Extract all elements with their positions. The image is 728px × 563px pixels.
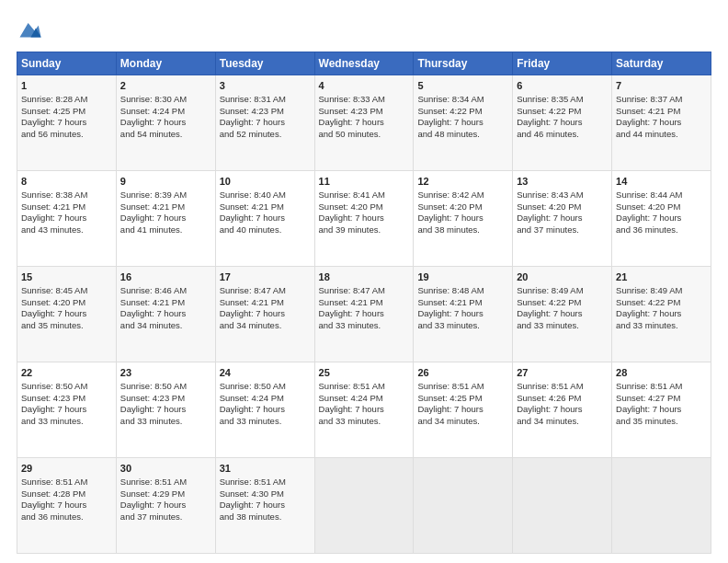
calendar-day-cell: 29Sunrise: 8:51 AMSunset: 4:28 PMDayligh… (17, 458, 117, 554)
day-number: 24 (220, 366, 311, 380)
calendar-table: SundayMondayTuesdayWednesdayThursdayFrid… (17, 52, 711, 554)
logo (17, 17, 46, 42)
calendar-day-cell: 11Sunrise: 8:41 AMSunset: 4:20 PMDayligh… (314, 171, 414, 267)
day-number: 18 (319, 270, 410, 284)
day-number: 25 (319, 366, 410, 380)
calendar-day-cell: 26Sunrise: 8:51 AMSunset: 4:25 PMDayligh… (414, 362, 513, 458)
day-number: 31 (220, 462, 311, 476)
weekday-header-row: SundayMondayTuesdayWednesdayThursdayFrid… (17, 52, 711, 75)
calendar-week-row: 29Sunrise: 8:51 AMSunset: 4:28 PMDayligh… (17, 458, 711, 554)
weekday-header-cell: Sunday (17, 52, 117, 75)
day-number: 16 (120, 270, 211, 284)
calendar-day-cell: 28Sunrise: 8:51 AMSunset: 4:27 PMDayligh… (612, 362, 711, 458)
weekday-header-cell: Wednesday (314, 52, 414, 75)
day-number: 9 (120, 175, 211, 189)
day-number: 14 (616, 175, 707, 189)
day-number: 7 (616, 79, 707, 93)
calendar-day-cell: 12Sunrise: 8:42 AMSunset: 4:20 PMDayligh… (414, 171, 513, 267)
weekday-header-cell: Monday (116, 52, 215, 75)
page: SundayMondayTuesdayWednesdayThursdayFrid… (0, 0, 728, 563)
calendar-day-cell (513, 458, 612, 554)
calendar-week-row: 22Sunrise: 8:50 AMSunset: 4:23 PMDayligh… (17, 362, 711, 458)
day-number: 15 (21, 270, 112, 284)
calendar-body: 1Sunrise: 8:28 AMSunset: 4:25 PMDaylight… (17, 75, 711, 554)
logo-icon (17, 17, 42, 42)
weekday-header-cell: Tuesday (215, 52, 314, 75)
calendar-week-row: 8Sunrise: 8:38 AMSunset: 4:21 PMDaylight… (17, 171, 711, 267)
calendar-day-cell: 27Sunrise: 8:51 AMSunset: 4:26 PMDayligh… (513, 362, 612, 458)
calendar-day-cell: 21Sunrise: 8:49 AMSunset: 4:22 PMDayligh… (612, 267, 711, 362)
day-number: 28 (616, 366, 707, 380)
calendar-day-cell: 13Sunrise: 8:43 AMSunset: 4:20 PMDayligh… (513, 171, 612, 267)
weekday-header-cell: Saturday (612, 52, 711, 75)
day-number: 3 (220, 79, 311, 93)
day-number: 20 (517, 270, 608, 284)
calendar-day-cell: 24Sunrise: 8:50 AMSunset: 4:24 PMDayligh… (215, 362, 314, 458)
day-number: 13 (517, 175, 608, 189)
calendar-week-row: 1Sunrise: 8:28 AMSunset: 4:25 PMDaylight… (17, 75, 711, 171)
calendar-day-cell: 17Sunrise: 8:47 AMSunset: 4:21 PMDayligh… (215, 267, 314, 362)
day-number: 4 (319, 79, 410, 93)
day-number: 12 (417, 175, 508, 189)
header (17, 17, 711, 42)
day-number: 6 (517, 79, 608, 93)
calendar-day-cell (414, 458, 513, 554)
day-number: 17 (220, 270, 311, 284)
calendar-day-cell: 1Sunrise: 8:28 AMSunset: 4:25 PMDaylight… (17, 75, 117, 171)
calendar-day-cell: 3Sunrise: 8:31 AMSunset: 4:23 PMDaylight… (215, 75, 314, 171)
calendar-day-cell: 16Sunrise: 8:46 AMSunset: 4:21 PMDayligh… (116, 267, 215, 362)
day-number: 27 (517, 366, 608, 380)
calendar-day-cell: 20Sunrise: 8:49 AMSunset: 4:22 PMDayligh… (513, 267, 612, 362)
day-number: 22 (21, 366, 112, 380)
day-number: 30 (120, 462, 211, 476)
day-number: 29 (21, 462, 112, 476)
calendar-day-cell: 30Sunrise: 8:51 AMSunset: 4:29 PMDayligh… (116, 458, 215, 554)
calendar-day-cell (314, 458, 414, 554)
day-number: 21 (616, 270, 707, 284)
day-number: 8 (21, 175, 112, 189)
calendar-day-cell: 7Sunrise: 8:37 AMSunset: 4:21 PMDaylight… (612, 75, 711, 171)
calendar-day-cell: 31Sunrise: 8:51 AMSunset: 4:30 PMDayligh… (215, 458, 314, 554)
day-number: 2 (120, 79, 211, 93)
calendar-day-cell: 6Sunrise: 8:35 AMSunset: 4:22 PMDaylight… (513, 75, 612, 171)
calendar-day-cell: 22Sunrise: 8:50 AMSunset: 4:23 PMDayligh… (17, 362, 117, 458)
calendar-day-cell: 14Sunrise: 8:44 AMSunset: 4:20 PMDayligh… (612, 171, 711, 267)
calendar-day-cell: 19Sunrise: 8:48 AMSunset: 4:21 PMDayligh… (414, 267, 513, 362)
day-number: 26 (417, 366, 508, 380)
weekday-header-cell: Thursday (414, 52, 513, 75)
calendar-day-cell: 18Sunrise: 8:47 AMSunset: 4:21 PMDayligh… (314, 267, 414, 362)
calendar-day-cell: 5Sunrise: 8:34 AMSunset: 4:22 PMDaylight… (414, 75, 513, 171)
calendar-day-cell: 15Sunrise: 8:45 AMSunset: 4:20 PMDayligh… (17, 267, 117, 362)
day-number: 11 (319, 175, 410, 189)
day-number: 23 (120, 366, 211, 380)
calendar-day-cell: 4Sunrise: 8:33 AMSunset: 4:23 PMDaylight… (314, 75, 414, 171)
weekday-header-cell: Friday (513, 52, 612, 75)
calendar-day-cell: 25Sunrise: 8:51 AMSunset: 4:24 PMDayligh… (314, 362, 414, 458)
calendar-week-row: 15Sunrise: 8:45 AMSunset: 4:20 PMDayligh… (17, 267, 711, 362)
day-number: 10 (220, 175, 311, 189)
calendar-day-cell: 9Sunrise: 8:39 AMSunset: 4:21 PMDaylight… (116, 171, 215, 267)
calendar-day-cell: 10Sunrise: 8:40 AMSunset: 4:21 PMDayligh… (215, 171, 314, 267)
calendar-day-cell: 8Sunrise: 8:38 AMSunset: 4:21 PMDaylight… (17, 171, 117, 267)
day-number: 19 (417, 270, 508, 284)
calendar-day-cell: 23Sunrise: 8:50 AMSunset: 4:23 PMDayligh… (116, 362, 215, 458)
calendar-day-cell: 2Sunrise: 8:30 AMSunset: 4:24 PMDaylight… (116, 75, 215, 171)
day-number: 5 (417, 79, 508, 93)
day-number: 1 (21, 79, 112, 93)
calendar-day-cell (612, 458, 711, 554)
